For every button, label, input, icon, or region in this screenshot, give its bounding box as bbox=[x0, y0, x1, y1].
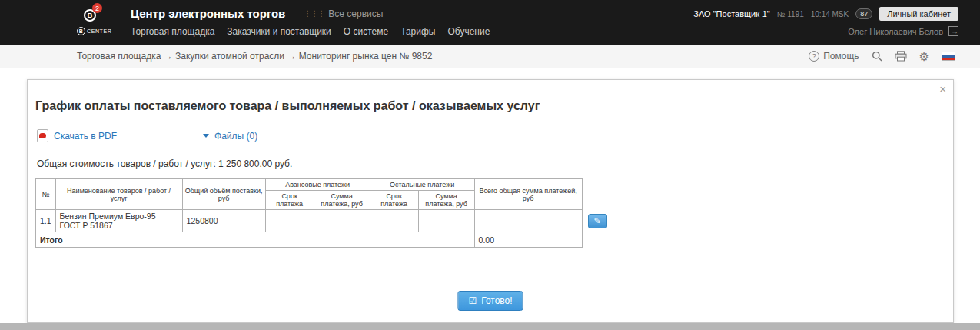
organization-name: ЗАО "Поставщик-1" bbox=[693, 9, 769, 18]
dialog-title: График оплаты поставляемого товара / вып… bbox=[35, 99, 939, 113]
column-header-rest-term: Срок платежа bbox=[370, 191, 418, 210]
personal-cabinet-button[interactable]: Личный кабинет bbox=[879, 7, 958, 21]
toolbar-icons: ? Помощь ⚙ bbox=[809, 51, 955, 62]
done-button-label: Готово! bbox=[481, 295, 512, 306]
help-label: Помощь bbox=[823, 51, 859, 62]
user-name[interactable]: Олег Николаевич Белов bbox=[848, 27, 943, 36]
column-group-advance-payments: Авансовые платежи bbox=[265, 179, 370, 191]
column-group-rest-payments: Остальные платежи bbox=[370, 179, 474, 191]
help-button[interactable]: ? Помощь bbox=[809, 51, 859, 62]
chevron-down-icon bbox=[203, 134, 209, 138]
breadcrumb[interactable]: Торговая площадка → Закупки атомной отра… bbox=[77, 51, 432, 62]
totals-value: 0.00 bbox=[474, 232, 582, 248]
help-icon: ? bbox=[809, 51, 819, 62]
column-header-rest-sum: Сумма платежа, руб bbox=[418, 191, 474, 210]
files-toggle-label: Файлы (0) bbox=[214, 131, 257, 142]
search-icon[interactable] bbox=[872, 51, 882, 62]
services-grid-icon: ⋮⋮⋮ bbox=[304, 10, 324, 18]
column-header-total: Всего общая сумма платежей, руб bbox=[474, 179, 582, 210]
column-header-name: Наименование товаров / работ / услуг bbox=[55, 179, 182, 210]
organization-number: № 1191 bbox=[777, 10, 804, 18]
nav-link-about-system[interactable]: О системе bbox=[344, 26, 388, 37]
cell-volume: 1250800 bbox=[182, 210, 265, 232]
cell-total bbox=[474, 210, 582, 232]
column-header-num: № bbox=[36, 179, 56, 210]
breadcrumb-bar: Торговая площадка → Закупки атомной отра… bbox=[0, 45, 980, 68]
pencil-icon: ✎ bbox=[594, 217, 601, 225]
table-row: 1.1 Бензин Премиум Евро-95 ГОСТ Р 51867 … bbox=[36, 210, 609, 232]
language-flag-icon[interactable] bbox=[942, 52, 955, 61]
all-services-label: Все сервисы bbox=[328, 8, 383, 19]
total-cost-text: Общая стоимость товаров / работ / услуг:… bbox=[37, 158, 953, 169]
logout-icon[interactable]: → bbox=[948, 26, 958, 36]
column-header-advance-term: Срок платежа bbox=[265, 191, 314, 210]
check-icon: ☑ bbox=[468, 296, 477, 305]
notification-badge[interactable]: 87 bbox=[855, 8, 872, 19]
close-icon[interactable]: × bbox=[939, 83, 946, 95]
column-header-advance-sum: Сумма платежа, руб bbox=[314, 191, 370, 210]
header-account-area: ЗАО "Поставщик-1" № 1191 10:14 MSK 87 Ли… bbox=[693, 7, 958, 45]
logo-b-small-icon: B bbox=[77, 27, 85, 35]
payment-schedule-table: № Наименование товаров / работ / услуг О… bbox=[35, 178, 608, 248]
gear-icon[interactable]: ⚙ bbox=[919, 51, 929, 62]
page-background-strip bbox=[0, 323, 980, 330]
column-header-volume: Общий объём поставки, руб bbox=[182, 179, 265, 210]
done-button[interactable]: ☑ Готово! bbox=[457, 291, 523, 311]
cell-advance-term bbox=[265, 210, 314, 232]
cell-num: 1.1 bbox=[36, 210, 56, 232]
column-header-actions bbox=[582, 179, 608, 210]
nav-link-trading-platform[interactable]: Торговая площадка bbox=[131, 26, 214, 37]
pdf-icon bbox=[37, 129, 48, 142]
all-services-button[interactable]: ⋮⋮⋮ Все сервисы bbox=[304, 8, 383, 19]
cell-advance-sum bbox=[314, 210, 370, 232]
nav-link-tariffs[interactable]: Тарифы bbox=[400, 26, 435, 37]
logo-center-label: CENTER bbox=[87, 28, 111, 34]
nav-link-customers-suppliers[interactable]: Заказчики и поставщики bbox=[227, 26, 331, 37]
printer-icon[interactable] bbox=[895, 51, 907, 62]
download-pdf-link[interactable]: Скачать в PDF bbox=[37, 129, 117, 142]
top-header: B 2 B CENTER Центр электронных торгов ⋮⋮… bbox=[0, 0, 980, 45]
files-toggle[interactable]: Файлы (0) bbox=[203, 131, 257, 142]
main-nav: Торговая площадка Заказчики и поставщики… bbox=[131, 26, 693, 37]
b2b-center-logo[interactable]: B 2 B CENTER bbox=[77, 7, 126, 45]
cell-rest-sum bbox=[418, 210, 474, 232]
cell-name: Бензин Премиум Евро-95 ГОСТ Р 51867 bbox=[55, 210, 182, 232]
totals-row: Итого 0.00 bbox=[36, 232, 609, 248]
download-pdf-label: Скачать в PDF bbox=[54, 131, 117, 142]
nav-link-education[interactable]: Обучение bbox=[447, 26, 490, 37]
edit-row-button[interactable]: ✎ bbox=[588, 214, 607, 228]
header-main: Центр электронных торгов ⋮⋮⋮ Все сервисы… bbox=[131, 7, 693, 45]
clock-time: 10:14 MSK bbox=[811, 10, 849, 18]
cell-rest-term bbox=[370, 210, 418, 232]
payment-schedule-dialog: × График оплаты поставляемого товара / в… bbox=[27, 79, 954, 323]
site-title: Центр электронных торгов bbox=[131, 7, 285, 20]
logo-wordmark: B CENTER bbox=[77, 27, 126, 35]
logo-badge: 2 bbox=[92, 3, 102, 13]
totals-label: Итого bbox=[36, 232, 475, 248]
